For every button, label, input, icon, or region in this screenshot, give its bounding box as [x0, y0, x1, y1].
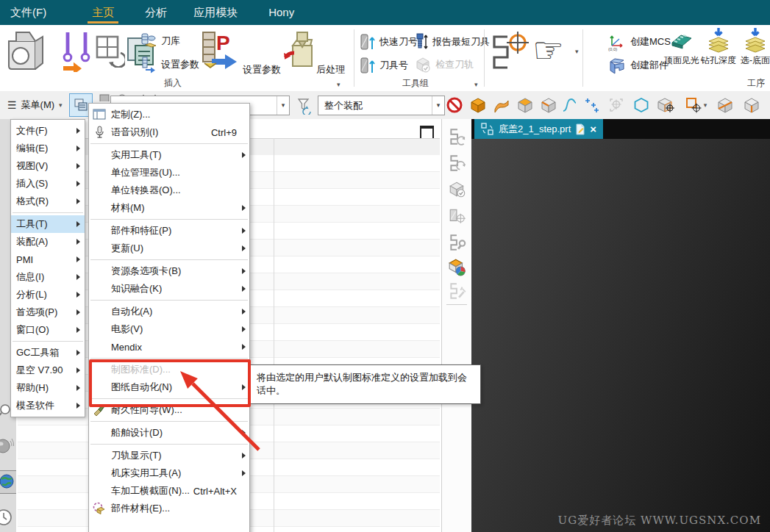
- create-mcs-button[interactable]: (0,0) 创建MCS: [607, 32, 671, 51]
- submenu-item-unit-converter[interactable]: 单位转换器(O)...: [89, 181, 249, 199]
- menu-item-edit[interactable]: 编辑(E): [11, 140, 85, 157]
- post-parameters-big-button[interactable]: P: [200, 28, 240, 71]
- menu-item-xingkong[interactable]: 星空 V7.90: [11, 362, 85, 379]
- tab-file[interactable]: 文件(F): [0, 0, 57, 25]
- submenu-item-customize[interactable]: 定制(Z)...: [89, 106, 249, 123]
- submenu-item-materials[interactable]: 材料(M): [89, 199, 249, 217]
- grid-refresh-icon[interactable]: [94, 34, 125, 68]
- graphics-viewport[interactable]: 底盖2_1_step.prt × UG爱好者论坛 WWW.UGSNX.COM: [471, 119, 770, 532]
- menu-item-gc-toolbox[interactable]: GC工具箱: [11, 344, 85, 362]
- post-process-label[interactable]: 后处理: [316, 63, 345, 76]
- submenu-item-knowledge-fusion[interactable]: 知识融合(K): [89, 280, 249, 298]
- main-menu-dropdown: 文件(F) 编辑(E) 视图(V) 插入(S) 格式(R) 工具(T) 装配(A…: [10, 119, 85, 417]
- submenu-item-unit-manager[interactable]: 单位管理器(U)...: [89, 164, 249, 181]
- tool-number-button[interactable]: 刀具号: [360, 56, 408, 75]
- selection-scope-combobox[interactable]: 整个装配 ▾: [318, 96, 445, 115]
- point-filter-button[interactable]: [581, 95, 602, 115]
- submenu-item-part-materials[interactable]: 部件材料(E)...: [89, 500, 249, 517]
- post-process-button[interactable]: [281, 28, 316, 71]
- tab-hony[interactable]: Hony: [258, 0, 304, 25]
- edge-cube-button[interactable]: [741, 95, 762, 115]
- menu-item-pmi[interactable]: PMI: [11, 251, 85, 268]
- replay-toolpath-button[interactable]: [446, 151, 469, 175]
- part-sync-icon: [481, 123, 494, 136]
- submenu-item-automation[interactable]: 自动化(A): [89, 303, 249, 320]
- menu-item-tools[interactable]: 工具(T): [11, 215, 85, 233]
- menu-item-mosheng[interactable]: 模圣软件: [11, 397, 85, 414]
- submenu-item-mendix[interactable]: Mendix: [89, 338, 249, 356]
- tab-application-modules[interactable]: 应用模块: [183, 0, 248, 25]
- select-bottom-face-button[interactable]: 选-底面: [737, 26, 770, 67]
- menu-item-preferences[interactable]: 首选项(P): [11, 303, 85, 321]
- submenu-item-voice-recognition[interactable]: 语音识别(I) Ctrl+9: [89, 123, 249, 141]
- submenu-item-machine-tool-utilities[interactable]: 机床实用工具(A): [89, 464, 249, 482]
- menu-item-format[interactable]: 格式(R): [11, 193, 85, 210]
- no-selection-filter-button[interactable]: [444, 95, 465, 115]
- top-face-finish-button[interactable]: 顶面见光: [663, 26, 700, 67]
- submenu-item-update[interactable]: 更新(U): [89, 240, 249, 257]
- hand-select-icon[interactable]: ☞: [532, 29, 564, 72]
- menu-item-help[interactable]: 帮助(H): [11, 379, 85, 397]
- submenu-item-movie[interactable]: 电影(V): [89, 320, 249, 338]
- submenu-item-utilities[interactable]: 实用工具(T): [89, 146, 249, 164]
- sphere-icon[interactable]: [0, 435, 15, 457]
- menu-item-window[interactable]: 窗口(O): [11, 321, 85, 339]
- menu-item-analysis[interactable]: 分析(L): [11, 286, 85, 303]
- hand-select-caret-icon[interactable]: ▾: [575, 48, 579, 55]
- menu-separator: [90, 300, 248, 301]
- navigator-column-divider: [274, 138, 274, 532]
- quick-tool-number-button[interactable]: 快速刀号: [360, 32, 418, 51]
- edge-filter-button[interactable]: [538, 95, 559, 115]
- selection-scope-caret-icon[interactable]: ▾: [432, 96, 444, 115]
- face-filter-button[interactable]: [491, 95, 512, 115]
- combobox-caret-icon[interactable]: ▾: [277, 96, 289, 115]
- menu-item-file[interactable]: 文件(F): [11, 122, 85, 140]
- set-parameters-small-button[interactable]: 设置参数: [140, 56, 199, 73]
- menu-item-information[interactable]: 信息(I): [11, 268, 85, 286]
- edit-toolpath-button-disabled: [446, 279, 469, 303]
- globe-button[interactable]: [0, 470, 17, 494]
- pins-transfer-icon[interactable]: [59, 29, 94, 72]
- insert-group-caret-icon[interactable]: ▾: [337, 82, 341, 88]
- machine-setup-button[interactable]: [446, 231, 469, 254]
- create-part-icon: [607, 56, 627, 75]
- create-part-button[interactable]: 创建部件: [607, 56, 669, 75]
- report-shortest-tool-label: 报告最短刀具: [432, 35, 490, 48]
- filter-reset-icon[interactable]: [296, 97, 313, 115]
- simulate-machine-button[interactable]: [446, 204, 469, 228]
- submenu-item-resource-bar-tabs[interactable]: 资源条选项卡(B): [89, 262, 249, 280]
- tool-group-caret-icon[interactable]: ▾: [474, 82, 478, 88]
- menu-item-view[interactable]: 视图(V): [11, 157, 85, 175]
- menu-item-assemblies[interactable]: 装配(A): [11, 233, 85, 251]
- top-face-filter-button[interactable]: [515, 95, 535, 115]
- curve-filter-button[interactable]: [559, 95, 580, 115]
- verify-toolpath-button[interactable]: [446, 178, 469, 201]
- section-cube-button[interactable]: [715, 95, 735, 115]
- submenu-item-ship-design[interactable]: 船舶设计(D): [89, 424, 249, 442]
- workpiece-analysis-button[interactable]: [446, 256, 469, 279]
- tool-library-button[interactable]: 刀库: [140, 32, 180, 50]
- toolpath-point-icon[interactable]: [488, 31, 531, 75]
- tab-home[interactable]: 主页: [82, 0, 124, 25]
- menu-button[interactable]: ☰ 菜单(M) ▾: [3, 96, 67, 115]
- snap-cube-button[interactable]: [656, 95, 677, 115]
- close-tab-icon[interactable]: ×: [590, 123, 596, 135]
- set-parameters-big-label[interactable]: 设置参数: [243, 63, 281, 76]
- submenu-arrow-icon: [76, 256, 80, 262]
- snap-square-caret-icon[interactable]: ▾: [704, 102, 707, 109]
- cube-top-face-icon: [516, 96, 534, 114]
- document-tab[interactable]: 底盖2_1_step.prt ×: [474, 119, 603, 139]
- hexagon-region-button[interactable]: [631, 95, 652, 115]
- menu-item-insert[interactable]: 插入(S): [11, 175, 85, 193]
- tab-analysis[interactable]: 分析: [135, 0, 177, 25]
- solid-body-filter-button[interactable]: [468, 95, 488, 115]
- report-shortest-tool-button[interactable]: 报告最短刀具: [414, 32, 490, 51]
- drill-depth-button[interactable]: 钻孔深度: [700, 26, 737, 67]
- submenu-item-turning-cross-section[interactable]: 车加工横截面(N)...Ctrl+Alt+X: [89, 482, 249, 500]
- clock-icon[interactable]: [0, 507, 14, 528]
- generate-toolpath-button[interactable]: [446, 125, 469, 148]
- cad-part-icon[interactable]: [3, 28, 47, 73]
- snap-square-button[interactable]: ▾: [681, 95, 710, 115]
- submenu-item-toolpath-display[interactable]: 刀轨显示(T): [89, 447, 249, 464]
- submenu-item-parts-and-features[interactable]: 部件和特征(P): [89, 222, 249, 240]
